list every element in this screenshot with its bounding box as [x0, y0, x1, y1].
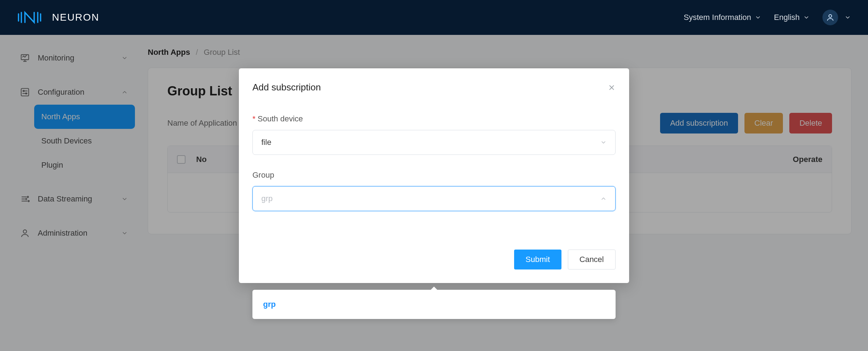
- south-device-select[interactable]: file: [252, 130, 616, 155]
- cancel-button[interactable]: Cancel: [568, 250, 616, 269]
- south-device-label: *South device: [252, 114, 616, 124]
- system-information-menu[interactable]: System Information: [684, 13, 761, 22]
- group-label: Group: [252, 171, 616, 180]
- logo-mark-icon: [17, 10, 46, 25]
- group-dropdown: grp: [252, 290, 616, 319]
- user-menu[interactable]: [822, 10, 851, 25]
- chevron-down-icon: [755, 14, 761, 21]
- avatar: [822, 10, 838, 25]
- svg-point-4: [829, 15, 832, 17]
- submit-button[interactable]: Submit: [514, 250, 561, 269]
- chevron-down-icon: [845, 14, 851, 21]
- dialog-title: Add subscription: [252, 82, 321, 93]
- chevron-up-icon: [600, 195, 607, 202]
- dialog-close-button[interactable]: [608, 84, 616, 91]
- group-placeholder: grp: [261, 194, 273, 203]
- group-select[interactable]: grp: [252, 186, 616, 211]
- brand-name: NEURON: [52, 12, 99, 23]
- chevron-down-icon: [600, 139, 607, 146]
- group-option-grp[interactable]: grp: [252, 293, 616, 315]
- south-device-value: file: [261, 138, 271, 147]
- header-right-nav: System Information English: [684, 10, 851, 25]
- close-icon: [608, 84, 616, 91]
- brand-logo: NEURON: [17, 10, 99, 25]
- add-subscription-dialog: Add subscription *South device file Grou…: [239, 68, 629, 283]
- language-label: English: [774, 13, 800, 22]
- chevron-down-icon: [803, 14, 810, 21]
- language-menu[interactable]: English: [774, 13, 810, 22]
- system-information-label: System Information: [684, 13, 751, 22]
- app-header: NEURON System Information English: [0, 0, 868, 35]
- user-icon: [826, 13, 835, 22]
